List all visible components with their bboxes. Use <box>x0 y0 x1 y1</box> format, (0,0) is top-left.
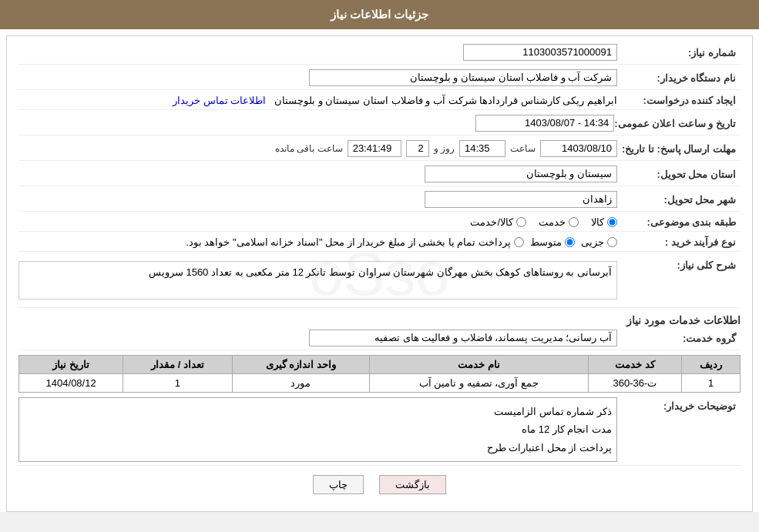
announce-datetime-field: 1403/08/07 - 14:34 <box>475 115 614 132</box>
page-container: جزئیات اطلاعات نیاز oSso شماره نیاز: 110… <box>0 0 759 512</box>
need-description-value: آبرسانی به روستاهای کوهک بخش مهرگان شهرس… <box>18 256 617 304</box>
category-label: طبقه بندی موضوعی: <box>617 216 741 228</box>
main-content: oSso شماره نیاز: 1103003571000091 نام دس… <box>6 35 753 512</box>
creator-contact-link[interactable]: اطلاعات تماس خریدار <box>173 95 266 106</box>
response-deadline-row: مهلت ارسال پاسخ: تا تاریخ: 1403/08/10 سا… <box>18 140 741 161</box>
service-group-row: گروه خدمت: آب رسانی؛ مدیریت پسماند، فاضل… <box>18 330 741 350</box>
delivery-city-value: زاهدان <box>18 191 617 208</box>
category-kala-khedmat-label: کالا/خدمت <box>470 216 513 228</box>
announce-datetime-row: تاریخ و ساعت اعلان عمومی: 1403/08/07 - 1… <box>18 115 741 136</box>
process-type-row: نوع فرآیند خرید : جزیی متوسط پرداخت تمام… <box>18 236 741 252</box>
process-asnad-item: پرداخت تمام یا بخشی از مبلغ خریدار از مح… <box>186 236 524 248</box>
need-number-row: شماره نیاز: 1103003571000091 <box>18 44 741 65</box>
need-description-row: شرح کلی نیاز: آبرسانی به روستاهای کوهک ب… <box>18 256 741 308</box>
delivery-province-value: سیستان و بلوچستان <box>18 166 617 182</box>
cell-date: 1404/08/12 <box>19 374 123 393</box>
response-deadline-label: مهلت ارسال پاسخ: تا تاریخ: <box>617 143 741 155</box>
category-kala-khedmat-item: کالا/خدمت <box>470 216 526 228</box>
response-date-field: 1403/08/10 <box>540 140 617 157</box>
category-khedmat-radio[interactable] <box>569 217 579 227</box>
service-group-label: گروه خدمت: <box>617 333 741 344</box>
remaining-field: 23:41:49 <box>348 140 401 157</box>
process-jozii-radio[interactable] <box>607 237 617 247</box>
need-number-field: 1103003571000091 <box>463 44 617 61</box>
delivery-province-row: استان محل تحویل: سیستان و بلوچستان <box>18 166 741 186</box>
buyer-notes-line: ذکر شماره تماس الزامیست <box>24 403 612 420</box>
buyer-org-label: نام دستگاه خریدار: <box>617 72 741 84</box>
cell-service-code: ت-36-360 <box>588 374 682 393</box>
need-number-label: شماره نیاز: <box>617 47 741 59</box>
creator-row: ایجاد کننده درخواست: ابراهیم ریکی کارشنا… <box>18 95 741 110</box>
buyer-notes-line: مدت انجام کار 12 ماه <box>24 420 612 438</box>
category-row: طبقه بندی موضوعی: کالا خدمت کالا/خدمت <box>18 216 741 232</box>
category-options: کالا خدمت کالا/خدمت <box>18 216 617 228</box>
response-deadline-value: 1403/08/10 ساعت 14:35 روز و 2 23:41:49 س… <box>18 140 617 157</box>
creator-label: ایجاد کننده درخواست: <box>617 95 741 106</box>
cell-row-num: 1 <box>682 374 741 393</box>
need-description-text: آبرسانی به روستاهای کوهک بخش مهرگان شهرس… <box>149 266 612 278</box>
category-kala-label: کالا <box>591 216 604 228</box>
creator-text: ابراهیم ریکی کارشناس قراردادها شرکت آب و… <box>274 95 617 106</box>
cell-unit: مورد <box>232 374 369 393</box>
process-motavasset-radio[interactable] <box>565 237 575 247</box>
buyer-org-field: شرکت آب و فاضلاب استان سیستان و بلوچستان <box>309 69 617 86</box>
announce-datetime-value: 1403/08/07 - 14:34 <box>18 115 614 132</box>
buyer-notes-row: توضیحات خریدار: ذکر شماره تماس الزامیستم… <box>18 397 741 466</box>
buyer-notes-value: ذکر شماره تماس الزامیستمدت انجام کار 12 … <box>18 397 617 462</box>
page-title: جزئیات اطلاعات نیاز <box>331 8 428 21</box>
page-header: جزئیات اطلاعات نیاز <box>0 0 759 29</box>
process-type-label: نوع فرآیند خرید : <box>617 236 741 248</box>
response-time-label: ساعت <box>510 143 536 154</box>
cell-quantity: 1 <box>123 374 232 393</box>
need-number-value: 1103003571000091 <box>18 44 617 61</box>
process-jozii-item: جزیی <box>581 236 617 248</box>
service-group-field: آب رسانی؛ مدیریت پسماند، فاضلاب و فعالیت… <box>309 330 617 346</box>
need-description-label: شرح کلی نیاز: <box>617 256 741 271</box>
category-kala-item: کالا <box>591 216 617 228</box>
buyer-notes-label: توضیحات خریدار: <box>617 397 741 412</box>
buyer-notes-box: ذکر شماره تماس الزامیستمدت انجام کار 12 … <box>18 397 617 462</box>
col-unit: واحد اندازه گیری <box>232 356 369 374</box>
buyer-org-value: شرکت آب و فاضلاب استان سیستان و بلوچستان <box>18 69 617 86</box>
delivery-city-row: شهر محل تحویل: زاهدان <box>18 191 741 212</box>
category-kala-radio[interactable] <box>607 217 617 227</box>
service-info-title: اطلاعات خدمات مورد نیاز <box>18 314 741 326</box>
process-type-options: جزیی متوسط پرداخت تمام یا بخشی از مبلغ خ… <box>18 236 617 248</box>
need-description-box: آبرسانی به روستاهای کوهک بخش مهرگان شهرس… <box>18 261 617 299</box>
process-jozii-label: جزیی <box>581 236 604 248</box>
service-group-value: آب رسانی؛ مدیریت پسماند، فاضلاب و فعالیت… <box>18 330 617 346</box>
process-asnad-label: پرداخت تمام یا بخشی از مبلغ خریدار از مح… <box>186 236 511 248</box>
print-button[interactable]: چاپ <box>313 475 364 494</box>
table-header-row: ردیف کد خدمت نام خدمت واحد اندازه گیری ت… <box>19 356 741 374</box>
col-row-num: ردیف <box>682 356 741 374</box>
table-row: 1 ت-36-360 جمع آوری، تصفیه و تامین آب مو… <box>19 374 741 393</box>
delivery-city-field: زاهدان <box>425 191 617 208</box>
category-khedmat-item: خدمت <box>539 216 579 228</box>
button-group: بازگشت چاپ <box>18 475 741 494</box>
days-label: روز و <box>434 143 455 154</box>
buyer-org-row: نام دستگاه خریدار: شرکت آب و فاضلاب استا… <box>18 69 741 90</box>
col-quantity: تعداد / مقدار <box>123 356 232 374</box>
col-date: تاریخ نیاز <box>19 356 123 374</box>
col-service-name: نام خدمت <box>370 356 589 374</box>
response-time-field: 14:35 <box>459 140 505 157</box>
col-service-code: کد خدمت <box>588 356 682 374</box>
buyer-notes-line: پرداخت از محل اعتبارات طرح <box>24 439 612 457</box>
category-kala-khedmat-radio[interactable] <box>516 217 526 227</box>
delivery-city-label: شهر محل تحویل: <box>617 194 741 206</box>
creator-value: ابراهیم ریکی کارشناس قراردادها شرکت آب و… <box>18 95 617 106</box>
days-field: 2 <box>406 140 429 157</box>
cell-service-name: جمع آوری، تصفیه و تامین آب <box>370 374 589 393</box>
process-motavasset-label: متوسط <box>530 236 562 248</box>
process-motavasset-item: متوسط <box>530 236 575 248</box>
delivery-province-field: سیستان و بلوچستان <box>425 166 617 182</box>
back-button[interactable]: بازگشت <box>379 475 446 494</box>
remaining-label: ساعت باقی مانده <box>275 143 343 154</box>
process-asnad-radio[interactable] <box>514 237 524 247</box>
category-khedmat-label: خدمت <box>539 216 566 228</box>
services-table: ردیف کد خدمت نام خدمت واحد اندازه گیری ت… <box>18 355 741 393</box>
delivery-province-label: استان محل تحویل: <box>617 169 741 180</box>
announce-datetime-label: تاریخ و ساعت اعلان عمومی: <box>614 118 741 129</box>
